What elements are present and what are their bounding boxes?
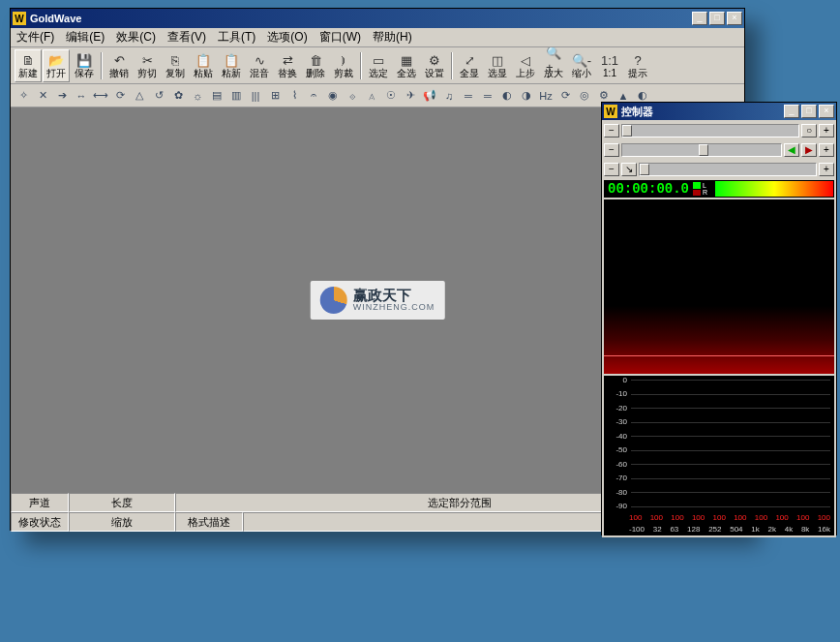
settings-button[interactable]: ⚙设置: [421, 49, 448, 82]
copy-button[interactable]: ⎘复制: [162, 49, 189, 82]
bal-minus-button[interactable]: −: [604, 143, 619, 157]
zoomout-icon: 🔍-: [574, 52, 589, 68]
effect-button-10[interactable]: ▤: [208, 87, 225, 105]
paste-new-button[interactable]: 📋粘新: [218, 49, 245, 82]
status-led-red: [693, 190, 701, 197]
effect-button-6[interactable]: △: [131, 87, 148, 105]
1to1-icon: 1:1: [602, 52, 617, 68]
zoomin-button[interactable]: 🔍+放大: [540, 49, 567, 82]
effect-button-1[interactable]: ✕: [34, 87, 51, 105]
effect-button-17[interactable]: ⟐: [344, 87, 361, 105]
controller-maximize-button[interactable]: □: [801, 105, 817, 118]
mix-button[interactable]: ∿混音: [246, 49, 273, 82]
spectrum-display[interactable]: [604, 199, 834, 374]
save-button[interactable]: 💾保存: [71, 49, 98, 82]
effect-button-9[interactable]: ☼: [189, 87, 206, 105]
full-button[interactable]: ⤢全显: [456, 49, 483, 82]
effect-button-23[interactable]: ═: [460, 87, 477, 105]
menu-file[interactable]: 文件(F): [11, 27, 60, 47]
zoomout-button[interactable]: 🔍-缩小: [568, 49, 595, 82]
controller-title-bar[interactable]: W 控制器 _ □ ×: [602, 103, 836, 120]
controller-minimize-button[interactable]: _: [784, 105, 799, 118]
status-zoom: 缩放: [69, 512, 175, 532]
hint-icon: ?: [630, 52, 645, 68]
effect-button-7[interactable]: ↺: [150, 87, 167, 105]
effect-button-22[interactable]: ♫: [440, 87, 458, 105]
mix-icon: ∿: [252, 52, 267, 68]
spd-preset-button[interactable]: ↘: [621, 163, 637, 176]
effect-button-13[interactable]: ⊞: [266, 87, 284, 105]
effect-button-18[interactable]: ⟑: [363, 87, 380, 105]
app-icon: W: [13, 12, 26, 25]
effect-button-28[interactable]: ⟳: [556, 87, 574, 105]
effect-button-4[interactable]: ⟷: [92, 87, 109, 105]
effect-button-11[interactable]: ▥: [227, 87, 245, 105]
vol-plus-button[interactable]: +: [819, 124, 834, 138]
vol-reset-button[interactable]: ○: [801, 124, 817, 138]
maximize-button[interactable]: □: [709, 12, 725, 25]
controller-window[interactable]: W 控制器 _ □ × − ○ + − ◀ ▶ + − ↘ + 00:00:00: [601, 102, 837, 535]
status-length: 长度: [69, 493, 175, 512]
minimize-button[interactable]: _: [692, 12, 707, 25]
controller-close-button[interactable]: ×: [819, 105, 834, 118]
effect-button-19[interactable]: ☉: [382, 87, 400, 105]
open-button[interactable]: 📂打开: [43, 49, 70, 82]
volume-slider[interactable]: [621, 124, 799, 138]
spd-minus-button[interactable]: −: [604, 163, 619, 176]
select-button[interactable]: ▭选定: [365, 49, 392, 82]
menu-view[interactable]: 查看(V): [162, 27, 212, 47]
hint-button[interactable]: ?提示: [624, 49, 651, 82]
menu-window[interactable]: 窗口(W): [314, 27, 367, 47]
effect-button-0[interactable]: ✧: [15, 87, 32, 105]
balance-slider[interactable]: [621, 143, 782, 157]
lr-labels: LR: [701, 180, 714, 198]
bal-right-icon[interactable]: ▶: [801, 143, 817, 157]
vol-minus-button[interactable]: −: [604, 124, 619, 138]
title-bar[interactable]: W GoldWave _ □ ×: [11, 9, 744, 28]
effect-button-25[interactable]: ◐: [498, 87, 516, 105]
effect-button-15[interactable]: 𝄐: [305, 87, 322, 105]
undo-button[interactable]: ↶撤销: [105, 49, 133, 82]
cut-button[interactable]: ✂剪切: [134, 49, 161, 82]
ylabel: -10: [606, 389, 627, 398]
effect-button-24[interactable]: ═: [479, 87, 496, 105]
selview-button[interactable]: ◫选显: [484, 49, 511, 82]
menu-help[interactable]: 帮助(H): [367, 27, 418, 47]
cut-icon: ✂: [139, 52, 155, 68]
zoomin-icon: 🔍+: [546, 52, 561, 68]
effect-button-16[interactable]: ◉: [324, 87, 342, 105]
effect-button-21[interactable]: 📢: [421, 87, 438, 105]
close-button[interactable]: ×: [727, 12, 742, 25]
effect-button-5[interactable]: ⟳: [111, 87, 129, 105]
prev-button[interactable]: ◁上步: [512, 49, 539, 82]
ylabel: -20: [606, 404, 627, 413]
effect-button-2[interactable]: ➔: [53, 87, 71, 105]
menu-tools[interactable]: 工具(T): [212, 27, 261, 47]
effect-button-20[interactable]: ✈: [402, 87, 419, 105]
ylabel: -50: [606, 445, 627, 454]
spd-plus-button[interactable]: +: [819, 163, 834, 176]
menu-effects[interactable]: 效果(C): [110, 27, 162, 47]
level-display[interactable]: 100100100100100100100100100100 -10032631…: [604, 376, 834, 535]
effect-button-8[interactable]: ✿: [169, 87, 187, 105]
freq-red-row: 100100100100100100100100100100: [629, 513, 830, 522]
effect-button-14[interactable]: ⌇: [285, 87, 303, 105]
1to1-button[interactable]: 1:11:1: [596, 49, 623, 82]
effect-button-27[interactable]: Hz: [537, 87, 555, 105]
effect-button-3[interactable]: ↔: [73, 87, 90, 105]
menu-options[interactable]: 选项(O): [261, 27, 313, 47]
new-button[interactable]: 🗎新建: [15, 49, 42, 82]
effect-button-26[interactable]: ◑: [518, 87, 535, 105]
effect-button-12[interactable]: |||: [247, 87, 264, 105]
delete-button[interactable]: 🗑删除: [302, 49, 329, 82]
bal-plus-button[interactable]: +: [819, 143, 834, 157]
selall-button[interactable]: ▦全选: [393, 49, 420, 82]
ylabel: -70: [606, 474, 627, 482]
paste-button[interactable]: 📋粘贴: [190, 49, 217, 82]
effect-button-29[interactable]: ◎: [576, 87, 593, 105]
speed-slider[interactable]: [639, 163, 817, 176]
trim-button[interactable]: ⟭剪裁: [330, 49, 357, 82]
bal-left-icon[interactable]: ◀: [784, 143, 799, 157]
menu-edit[interactable]: 编辑(E): [60, 27, 110, 47]
replace-button[interactable]: ⇄替换: [274, 49, 301, 82]
